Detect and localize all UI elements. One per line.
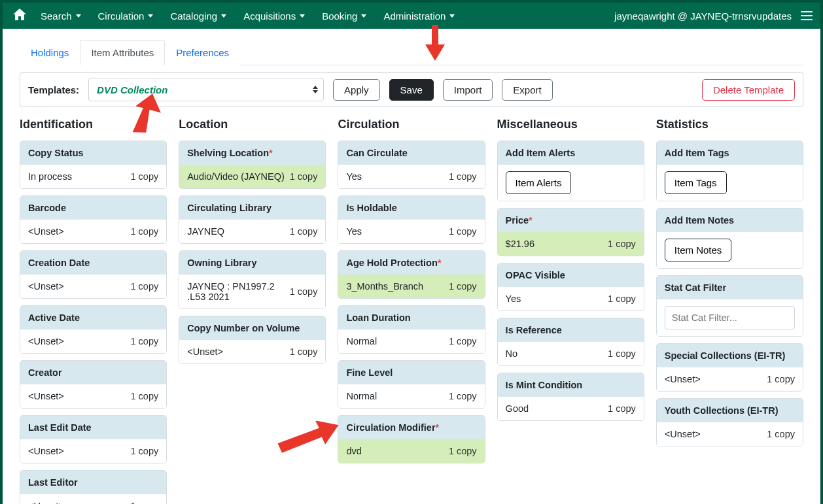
item-alerts-button[interactable]: Item Alerts — [506, 171, 572, 194]
field-price[interactable]: Price* $21.961 copy — [497, 208, 644, 256]
menu-booking[interactable]: Booking — [314, 5, 374, 27]
item-notes-button[interactable]: Item Notes — [665, 239, 732, 261]
identification-title: Identification — [20, 118, 167, 131]
tab-item-attributes[interactable]: Item Attributes — [80, 40, 165, 65]
field-add-item-tags: Add Item Tags Item Tags — [656, 141, 803, 201]
col-identification: Identification Copy Status In process1 c… — [20, 118, 167, 504]
location-title: Location — [179, 118, 326, 131]
col-circulation: Circulation Can Circulate Yes1 copy Is H… — [338, 118, 485, 470]
field-copy-status[interactable]: Copy Status In process1 copy — [20, 141, 167, 189]
save-button[interactable]: Save — [389, 79, 434, 101]
menu-acquisitions[interactable]: Acquisitions — [236, 5, 313, 27]
field-is-mint-condition[interactable]: Is Mint Condition Good1 copy — [497, 373, 644, 421]
col-location: Location Shelving Location* Audio/Video … — [179, 118, 326, 371]
item-tags-button[interactable]: Item Tags — [665, 171, 727, 194]
template-value: DVD Collection — [97, 84, 167, 95]
field-shelving-location[interactable]: Shelving Location* Audio/Video (JAYNEQ)1… — [179, 141, 326, 189]
user-label: jayneqawright @ JAYNEQ-trnsrvupdates — [614, 10, 792, 22]
field-add-item-notes: Add Item Notes Item Notes — [656, 208, 803, 269]
field-creation-date[interactable]: Creation Date <Unset>1 copy — [20, 250, 167, 299]
editor-tabs: Holdings Item Attributes Preferences — [20, 39, 803, 65]
field-fine-level[interactable]: Fine Level Normal1 copy — [338, 360, 485, 409]
field-is-reference[interactable]: Is Reference No1 copy — [497, 318, 644, 366]
field-active-date[interactable]: Active Date <Unset>1 copy — [20, 305, 167, 354]
field-stat-cat-filter: Stat Cat Filter — [656, 275, 803, 337]
field-opac-visible[interactable]: OPAC Visible Yes1 copy — [497, 263, 644, 311]
import-button[interactable]: Import — [443, 79, 493, 101]
circulation-title: Circulation — [338, 118, 485, 131]
misc-title: Miscellaneous — [497, 118, 644, 131]
stat-cat-filter-input[interactable] — [665, 306, 795, 329]
field-last-editor[interactable]: Last Editor <Unset>1 copy — [20, 470, 167, 504]
field-loan-duration[interactable]: Loan Duration Normal1 copy — [338, 305, 485, 354]
home-icon[interactable] — [10, 8, 33, 24]
field-last-edit-date[interactable]: Last Edit Date <Unset>1 copy — [20, 415, 167, 463]
top-navbar: Search Circulation Cataloging Acquisitio… — [3, 3, 820, 29]
menu-administration[interactable]: Administration — [376, 5, 463, 27]
menu-cataloging[interactable]: Cataloging — [162, 5, 234, 27]
field-barcode[interactable]: Barcode <Unset>1 copy — [20, 195, 167, 244]
field-copy-number[interactable]: Copy Number on Volume <Unset>1 copy — [179, 316, 326, 364]
field-owning-library[interactable]: Owning Library JAYNEQ : PN1997.2 .L53 20… — [179, 250, 326, 309]
menu-circulation[interactable]: Circulation — [90, 5, 162, 27]
apply-button[interactable]: Apply — [333, 79, 380, 101]
list-menu-icon[interactable] — [801, 11, 813, 20]
field-circulating-library[interactable]: Circulating Library JAYNEQ1 copy — [179, 195, 326, 244]
col-miscellaneous: Miscellaneous Add Item Alerts Item Alert… — [497, 118, 644, 428]
tab-preferences[interactable]: Preferences — [165, 40, 240, 65]
delete-template-button[interactable]: Delete Template — [702, 79, 795, 101]
field-can-circulate[interactable]: Can Circulate Yes1 copy — [338, 141, 485, 189]
col-statistics: Statistics Add Item Tags Item Tags Add I… — [656, 118, 803, 453]
main-menu: Search Circulation Cataloging Acquisitio… — [33, 5, 463, 27]
field-creator[interactable]: Creator <Unset>1 copy — [20, 360, 167, 409]
export-button[interactable]: Export — [502, 79, 552, 101]
field-youth-collections[interactable]: Youth Collections (EI-TR) <Unset>1 copy — [656, 398, 803, 446]
field-is-holdable[interactable]: Is Holdable Yes1 copy — [338, 195, 485, 244]
templates-label: Templates: — [28, 84, 79, 95]
field-special-collections[interactable]: Special Collections (EI-TR) <Unset>1 cop… — [656, 343, 803, 392]
templates-bar: Templates: DVD Collection Apply Save Imp… — [20, 72, 803, 107]
field-circulation-modifier[interactable]: Circulation Modifier* dvd1 copy — [338, 415, 485, 463]
menu-search[interactable]: Search — [33, 5, 89, 27]
field-age-hold-protection[interactable]: Age Hold Protection* 3_Months_Branch1 co… — [338, 250, 485, 299]
tab-holdings[interactable]: Holdings — [20, 40, 80, 65]
template-select[interactable]: DVD Collection — [88, 78, 324, 101]
stats-title: Statistics — [656, 118, 803, 131]
field-add-item-alerts: Add Item Alerts Item Alerts — [497, 141, 644, 201]
spinner-icon[interactable] — [313, 86, 318, 93]
